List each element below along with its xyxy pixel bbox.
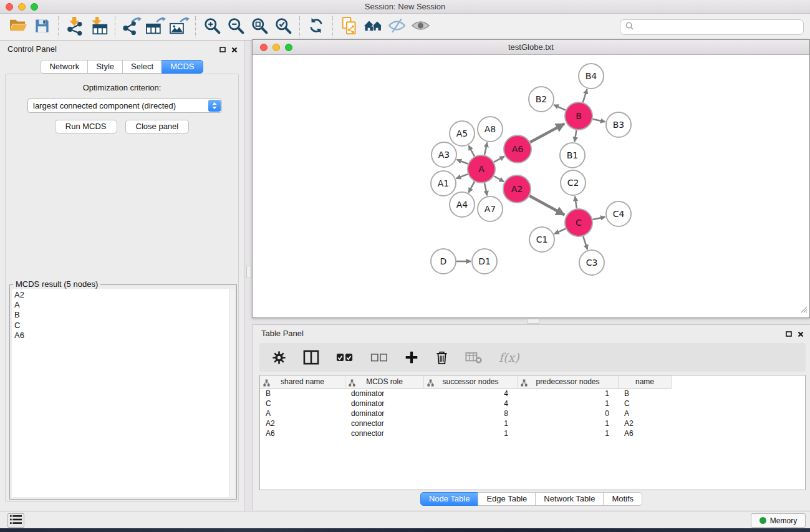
tab-edge-table[interactable]: Edge Table <box>478 492 536 506</box>
graph-node-C[interactable]: C <box>565 209 592 236</box>
graph-node-A7[interactable]: A7 <box>478 196 503 221</box>
close-panel-button[interactable]: Close panel <box>125 120 190 133</box>
horizontal-splitter-grip[interactable] <box>527 319 539 324</box>
window-resize-grip[interactable] <box>799 304 808 316</box>
column-header-MCDS-role[interactable]: MCDS role <box>345 375 424 388</box>
search-field[interactable] <box>620 19 804 35</box>
delete-column-button[interactable] <box>435 351 448 365</box>
zoom-out-button[interactable] <box>224 16 248 38</box>
graph-node-C2[interactable]: C2 <box>561 170 586 195</box>
table-row[interactable]: Cdominator41C <box>260 399 805 409</box>
clear-table-button[interactable] <box>465 351 482 364</box>
column-header-shared-name[interactable]: shared name <box>260 375 345 388</box>
graph-edge-A-A5[interactable] <box>469 145 475 156</box>
tab-motifs[interactable]: Motifs <box>603 492 642 506</box>
search-input[interactable] <box>637 22 803 31</box>
result-item[interactable]: C <box>12 321 234 331</box>
add-column-button[interactable] <box>405 351 418 364</box>
graph-node-B2[interactable]: B2 <box>529 87 554 112</box>
select-all-columns-button[interactable] <box>336 353 354 362</box>
zoom-in-button[interactable] <box>200 16 224 38</box>
graph-edge-B-B1[interactable] <box>574 130 576 142</box>
table-row[interactable]: Adominator80A <box>260 409 805 418</box>
float-panel-icon[interactable] <box>786 329 792 340</box>
column-header-successor-nodes[interactable]: successor nodes <box>424 375 518 388</box>
tab-node-table[interactable]: Node Table <box>420 492 479 506</box>
show-graphics-details-button[interactable] <box>408 16 432 38</box>
float-panel-icon[interactable] <box>219 44 226 56</box>
tab-network-table[interactable]: Network Table <box>535 492 604 506</box>
vertical-splitter-grip[interactable] <box>246 266 251 278</box>
import-table-button[interactable] <box>87 16 110 38</box>
graph-node-C4[interactable]: C4 <box>606 201 631 226</box>
column-header-predecessor-nodes[interactable]: predecessor nodes <box>518 375 619 388</box>
graph-node-B1[interactable]: B1 <box>560 143 585 168</box>
graph-node-A3[interactable]: A3 <box>432 142 456 167</box>
graph-node-A5[interactable]: A5 <box>450 121 475 146</box>
deselect-all-columns-button[interactable] <box>370 353 388 362</box>
zoom-fit-button[interactable] <box>248 16 271 38</box>
graph-edge-A6-B[interactable] <box>530 123 564 142</box>
export-image-button[interactable] <box>167 16 191 38</box>
tab-mcds[interactable]: MCDS <box>162 60 203 74</box>
graph-node-D1[interactable]: D1 <box>472 249 497 274</box>
graph-node-A4[interactable]: A4 <box>450 192 475 217</box>
tab-select[interactable]: Select <box>122 60 162 74</box>
graph-edge-C-C3[interactable] <box>583 236 587 249</box>
memory-button[interactable]: Memory <box>751 513 806 528</box>
task-history-button[interactable] <box>7 513 24 528</box>
graph-edge-A-A2[interactable] <box>494 176 504 181</box>
result-item[interactable]: A2 <box>12 290 234 300</box>
table-settings-button[interactable] <box>272 351 286 365</box>
clone-network-button[interactable] <box>337 16 361 38</box>
graph-node-D[interactable]: D <box>431 249 456 274</box>
graph-node-B4[interactable]: B4 <box>579 64 604 89</box>
result-list-scrollbar[interactable] <box>229 289 234 497</box>
hide-graphics-details-button[interactable] <box>385 16 408 38</box>
graph-node-B[interactable]: B <box>565 102 592 130</box>
graph-node-A6[interactable]: A6 <box>504 135 531 163</box>
graph-edge-C-C1[interactable] <box>554 229 566 234</box>
tab-style[interactable]: Style <box>87 60 123 74</box>
network-canvas[interactable]: B4B2BB3A5A8A6B1A3AC2A1A2A4A7C4CC1C3DD1 <box>253 56 809 317</box>
zoom-selected-button[interactable] <box>271 16 295 38</box>
graph-node-A8[interactable]: A8 <box>478 117 503 142</box>
graph-edge-A-A8[interactable] <box>485 142 487 155</box>
column-header-name[interactable]: name <box>619 375 672 388</box>
open-file-button[interactable] <box>6 16 30 38</box>
show-column-panel-button[interactable] <box>303 350 319 365</box>
graph-node-C3[interactable]: C3 <box>579 250 604 275</box>
graph-edge-A-A6[interactable] <box>494 157 504 162</box>
import-network-button[interactable] <box>63 16 87 38</box>
graph-node-A2[interactable]: A2 <box>503 175 531 203</box>
graph-edge-C-C2[interactable] <box>575 196 577 208</box>
graph-edge-A2-C[interactable] <box>529 196 564 215</box>
table-row[interactable]: A6connector11A6 <box>260 428 805 438</box>
graph-edge-B-B4[interactable] <box>583 89 587 102</box>
criterion-dropdown[interactable]: largest connected component (directed) <box>27 99 222 113</box>
table-row[interactable]: Bdominator41B <box>260 389 805 399</box>
reset-home-view-button[interactable] <box>361 16 385 38</box>
function-builder-button[interactable]: f(x) <box>499 351 519 364</box>
graph-edge-A-A3[interactable] <box>457 160 468 164</box>
refresh-view-button[interactable] <box>304 16 328 38</box>
save-session-button[interactable] <box>30 16 54 38</box>
graph-edge-B-B3[interactable] <box>592 119 605 122</box>
graph-node-B3[interactable]: B3 <box>606 112 631 137</box>
graph-edge-B-B2[interactable] <box>554 105 566 110</box>
graph-edge-A-A4[interactable] <box>469 181 475 192</box>
graph-node-A1[interactable]: A1 <box>431 171 456 196</box>
result-item[interactable]: A6 <box>12 331 234 341</box>
result-item[interactable]: A <box>12 300 234 310</box>
close-panel-icon[interactable] <box>231 44 238 56</box>
graph-node-A[interactable]: A <box>468 155 495 183</box>
close-panel-icon[interactable] <box>798 329 804 340</box>
result-item[interactable]: B <box>12 310 234 320</box>
export-table-button[interactable] <box>143 16 167 38</box>
tab-network[interactable]: Network <box>41 60 88 74</box>
table-row[interactable]: A2connector11A2 <box>260 418 805 428</box>
graph-edge-C-C4[interactable] <box>592 217 605 220</box>
run-mcds-button[interactable]: Run MCDS <box>55 120 117 133</box>
export-network-button[interactable] <box>120 16 143 38</box>
graph-node-C1[interactable]: C1 <box>529 227 554 252</box>
